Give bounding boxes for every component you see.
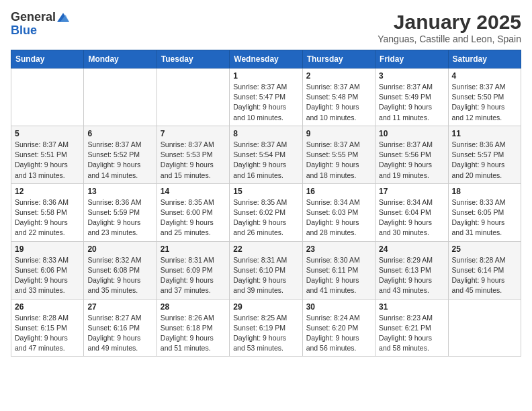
day-info: Sunrise: 8:29 AM Sunset: 6:13 PM Dayligh… (379, 255, 444, 296)
day-number: 31 (379, 302, 444, 312)
calendar-cell: 22Sunrise: 8:31 AM Sunset: 6:10 PM Dayli… (230, 241, 302, 299)
day-info: Sunrise: 8:37 AM Sunset: 5:54 PM Dayligh… (233, 140, 298, 181)
day-info: Sunrise: 8:27 AM Sunset: 6:16 PM Dayligh… (87, 313, 152, 354)
day-header-tuesday: Tuesday (157, 50, 229, 68)
calendar-cell: 29Sunrise: 8:25 AM Sunset: 6:19 PM Dayli… (230, 299, 302, 357)
day-header-friday: Friday (375, 50, 448, 68)
calendar-cell: 6Sunrise: 8:37 AM Sunset: 5:52 PM Daylig… (84, 126, 157, 183)
day-number: 3 (379, 71, 444, 81)
day-number: 14 (161, 187, 226, 196)
day-header-wednesday: Wednesday (230, 50, 302, 68)
calendar-cell: 5Sunrise: 8:37 AM Sunset: 5:51 PM Daylig… (11, 126, 84, 183)
calendar-cell: 16Sunrise: 8:34 AM Sunset: 6:03 PM Dayli… (302, 183, 375, 241)
calendar-cell (11, 68, 84, 126)
day-info: Sunrise: 8:23 AM Sunset: 6:21 PM Dayligh… (379, 313, 444, 354)
calendar-cell: 8Sunrise: 8:37 AM Sunset: 5:54 PM Daylig… (230, 126, 302, 183)
logo: General Blue (11, 11, 69, 38)
day-number: 20 (87, 244, 152, 254)
title-section: January 2025 Yanguas, Castille and Leon,… (378, 11, 521, 44)
day-info: Sunrise: 8:37 AM Sunset: 5:51 PM Dayligh… (15, 140, 80, 181)
day-number: 13 (87, 187, 152, 196)
day-header-monday: Monday (84, 50, 157, 68)
day-info: Sunrise: 8:26 AM Sunset: 6:18 PM Dayligh… (161, 313, 226, 354)
day-info: Sunrise: 8:28 AM Sunset: 6:14 PM Dayligh… (452, 255, 517, 296)
day-number: 10 (379, 129, 444, 138)
day-info: Sunrise: 8:30 AM Sunset: 6:11 PM Dayligh… (306, 255, 371, 296)
calendar-table: SundayMondayTuesdayWednesdayThursdayFrid… (11, 50, 521, 357)
day-number: 24 (379, 244, 444, 254)
calendar-cell: 18Sunrise: 8:33 AM Sunset: 6:05 PM Dayli… (448, 183, 521, 241)
day-info: Sunrise: 8:36 AM Sunset: 5:58 PM Dayligh… (15, 197, 80, 238)
calendar-cell: 3Sunrise: 8:37 AM Sunset: 5:49 PM Daylig… (375, 68, 448, 126)
day-number: 17 (379, 187, 444, 196)
day-number: 22 (233, 244, 298, 254)
week-row: 1Sunrise: 8:37 AM Sunset: 5:47 PM Daylig… (11, 68, 521, 126)
day-number: 5 (15, 129, 80, 138)
day-info: Sunrise: 8:34 AM Sunset: 6:04 PM Dayligh… (379, 197, 444, 238)
day-info: Sunrise: 8:35 AM Sunset: 6:02 PM Dayligh… (233, 197, 298, 238)
calendar-cell: 10Sunrise: 8:37 AM Sunset: 5:56 PM Dayli… (375, 126, 448, 183)
day-info: Sunrise: 8:37 AM Sunset: 5:49 PM Dayligh… (379, 82, 444, 123)
day-number: 27 (87, 302, 152, 312)
days-of-week-row: SundayMondayTuesdayWednesdayThursdayFrid… (11, 50, 521, 68)
day-header-sunday: Sunday (11, 50, 84, 68)
day-number: 21 (161, 244, 226, 254)
calendar-cell: 14Sunrise: 8:35 AM Sunset: 6:00 PM Dayli… (157, 183, 229, 241)
day-header-saturday: Saturday (448, 50, 521, 68)
day-number: 16 (306, 187, 371, 196)
calendar-cell: 1Sunrise: 8:37 AM Sunset: 5:47 PM Daylig… (230, 68, 302, 126)
calendar-cell: 26Sunrise: 8:28 AM Sunset: 6:15 PM Dayli… (11, 299, 84, 357)
day-number: 11 (452, 129, 517, 138)
page-header: General Blue January 2025 Yanguas, Casti… (11, 11, 521, 44)
calendar-header: SundayMondayTuesdayWednesdayThursdayFrid… (11, 50, 521, 68)
day-info: Sunrise: 8:37 AM Sunset: 5:47 PM Dayligh… (233, 82, 298, 123)
day-number: 8 (233, 129, 298, 138)
day-number: 25 (452, 244, 517, 254)
day-number: 30 (306, 302, 371, 312)
day-info: Sunrise: 8:31 AM Sunset: 6:10 PM Dayligh… (233, 255, 298, 296)
day-info: Sunrise: 8:34 AM Sunset: 6:03 PM Dayligh… (306, 197, 371, 238)
calendar-cell: 28Sunrise: 8:26 AM Sunset: 6:18 PM Dayli… (157, 299, 229, 357)
day-number: 28 (161, 302, 226, 312)
day-number: 15 (233, 187, 298, 196)
calendar-cell: 25Sunrise: 8:28 AM Sunset: 6:14 PM Dayli… (448, 241, 521, 299)
day-info: Sunrise: 8:37 AM Sunset: 5:56 PM Dayligh… (379, 140, 444, 181)
week-row: 5Sunrise: 8:37 AM Sunset: 5:51 PM Daylig… (11, 126, 521, 183)
calendar-cell: 12Sunrise: 8:36 AM Sunset: 5:58 PM Dayli… (11, 183, 84, 241)
calendar-cell: 17Sunrise: 8:34 AM Sunset: 6:04 PM Dayli… (375, 183, 448, 241)
week-row: 19Sunrise: 8:33 AM Sunset: 6:06 PM Dayli… (11, 241, 521, 299)
day-number: 29 (233, 302, 298, 312)
calendar-cell (448, 299, 521, 357)
calendar-cell: 2Sunrise: 8:37 AM Sunset: 5:48 PM Daylig… (302, 68, 375, 126)
day-info: Sunrise: 8:36 AM Sunset: 5:59 PM Dayligh… (87, 197, 152, 238)
day-info: Sunrise: 8:32 AM Sunset: 6:08 PM Dayligh… (87, 255, 152, 296)
day-info: Sunrise: 8:35 AM Sunset: 6:00 PM Dayligh… (161, 197, 226, 238)
calendar-cell: 7Sunrise: 8:37 AM Sunset: 5:53 PM Daylig… (157, 126, 229, 183)
location-subtitle: Yanguas, Castille and Leon, Spain (378, 34, 521, 44)
day-header-thursday: Thursday (302, 50, 375, 68)
day-number: 26 (15, 302, 80, 312)
calendar-body: 1Sunrise: 8:37 AM Sunset: 5:47 PM Daylig… (11, 68, 521, 357)
day-info: Sunrise: 8:37 AM Sunset: 5:53 PM Dayligh… (161, 140, 226, 181)
day-info: Sunrise: 8:36 AM Sunset: 5:57 PM Dayligh… (452, 140, 517, 181)
day-info: Sunrise: 8:25 AM Sunset: 6:19 PM Dayligh… (233, 313, 298, 354)
day-number: 6 (87, 129, 152, 138)
week-row: 26Sunrise: 8:28 AM Sunset: 6:15 PM Dayli… (11, 299, 521, 357)
day-info: Sunrise: 8:37 AM Sunset: 5:52 PM Dayligh… (87, 140, 152, 181)
calendar-cell (84, 68, 157, 126)
month-title: January 2025 (378, 11, 521, 34)
day-info: Sunrise: 8:33 AM Sunset: 6:05 PM Dayligh… (452, 197, 517, 238)
logo-icon (57, 13, 69, 22)
calendar-cell: 24Sunrise: 8:29 AM Sunset: 6:13 PM Dayli… (375, 241, 448, 299)
day-number: 23 (306, 244, 371, 254)
calendar-cell: 31Sunrise: 8:23 AM Sunset: 6:21 PM Dayli… (375, 299, 448, 357)
week-row: 12Sunrise: 8:36 AM Sunset: 5:58 PM Dayli… (11, 183, 521, 241)
day-number: 12 (15, 187, 80, 196)
calendar-cell (157, 68, 229, 126)
calendar-cell: 11Sunrise: 8:36 AM Sunset: 5:57 PM Dayli… (448, 126, 521, 183)
day-info: Sunrise: 8:31 AM Sunset: 6:09 PM Dayligh… (161, 255, 226, 296)
calendar-cell: 15Sunrise: 8:35 AM Sunset: 6:02 PM Dayli… (230, 183, 302, 241)
day-number: 9 (306, 129, 371, 138)
day-number: 1 (233, 71, 298, 81)
day-number: 4 (452, 71, 517, 81)
